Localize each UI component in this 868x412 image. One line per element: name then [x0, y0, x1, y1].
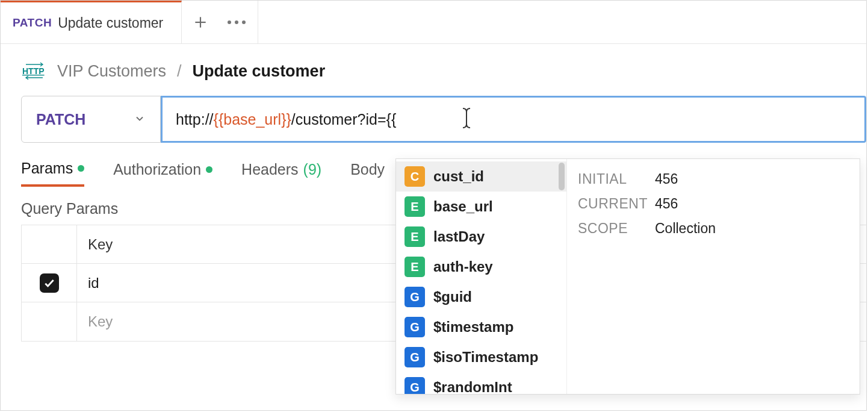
autocomplete-item[interactable]: G$timestamp	[396, 312, 566, 342]
autocomplete-detail: INITIAL 456 CURRENT 456 SCOPE Collection	[567, 159, 860, 394]
checkbox-checked-icon[interactable]	[40, 273, 59, 293]
status-dot-icon	[206, 166, 212, 173]
url-bar: PATCH http://{{base_url}}/customer?id={{	[1, 96, 866, 143]
tab-update-customer[interactable]: PATCH Update customer	[1, 1, 182, 43]
svg-point-3	[235, 20, 238, 24]
variable-scope-badge: E	[405, 257, 425, 277]
variable-scope-badge: G	[405, 317, 425, 337]
autocomplete-item-label: $isoTimestamp	[433, 349, 538, 366]
variable-scope-badge: C	[405, 166, 425, 187]
detail-initial-value: 456	[655, 171, 678, 187]
tab-actions	[182, 1, 258, 43]
variable-autocomplete-popup: Ccust_idEbase_urlElastDayEauth-keyG$guid…	[395, 158, 860, 395]
http-icon: HTTP	[22, 61, 46, 81]
tab-title-label: Update customer	[58, 15, 163, 31]
chevron-down-icon	[134, 111, 146, 128]
tab-headers[interactable]: Headers (9)	[241, 161, 321, 186]
detail-current-value: 456	[655, 196, 678, 212]
method-select[interactable]: PATCH	[21, 96, 161, 143]
autocomplete-item[interactable]: G$randomInt	[396, 372, 566, 394]
autocomplete-item[interactable]: Ebase_url	[396, 192, 566, 222]
autocomplete-item-label: auth-key	[433, 258, 493, 275]
variable-scope-badge: G	[405, 347, 425, 367]
autocomplete-item[interactable]: Eauth-key	[396, 252, 566, 282]
tab-body-label: Body	[350, 161, 385, 178]
autocomplete-item-label: $timestamp	[433, 319, 513, 336]
row-checkbox-cell[interactable]	[22, 264, 77, 302]
tab-params-label: Params	[21, 160, 73, 177]
autocomplete-item[interactable]: Ccust_id	[396, 161, 566, 192]
breadcrumb-separator: /	[177, 62, 182, 81]
detail-current-label: CURRENT	[578, 196, 644, 212]
autocomplete-item[interactable]: G$isoTimestamp	[396, 342, 566, 372]
breadcrumb: HTTP VIP Customers / Update customer	[1, 44, 866, 96]
detail-scope-label: SCOPE	[578, 220, 644, 237]
autocomplete-list: Ccust_idEbase_urlElastDayEauth-keyG$guid…	[396, 159, 567, 394]
autocomplete-item-label: $guid	[433, 289, 472, 305]
url-input[interactable]: http://{{base_url}}/customer?id={{	[161, 96, 866, 143]
status-dot-icon	[78, 165, 84, 172]
scrollbar-thumb[interactable]	[559, 163, 565, 190]
autocomplete-item-label: lastDay	[433, 228, 485, 245]
detail-scope-value: Collection	[655, 220, 716, 237]
tab-method-label: PATCH	[13, 16, 52, 30]
tab-auth-label: Authorization	[113, 161, 201, 178]
breadcrumb-collection[interactable]: VIP Customers	[57, 62, 166, 81]
tab-params[interactable]: Params	[21, 160, 84, 187]
variable-scope-badge: G	[405, 287, 425, 307]
autocomplete-item[interactable]: G$guid	[396, 282, 566, 312]
tab-strip: PATCH Update customer	[1, 1, 866, 44]
tab-headers-label: Headers	[241, 161, 299, 178]
new-tab-button[interactable]	[193, 14, 208, 30]
detail-initial-label: INITIAL	[578, 171, 644, 187]
svg-point-2	[228, 20, 231, 24]
autocomplete-item[interactable]: ElastDay	[396, 222, 566, 252]
variable-scope-badge: E	[405, 226, 425, 247]
headers-count: (9)	[303, 161, 322, 178]
variable-scope-badge: G	[405, 377, 425, 394]
text-cursor-icon	[460, 106, 473, 134]
tab-body[interactable]: Body	[350, 161, 385, 186]
svg-text:HTTP: HTTP	[22, 66, 45, 76]
row-checkbox-cell[interactable]	[22, 302, 77, 341]
autocomplete-item-label: base_url	[433, 198, 493, 215]
variable-scope-badge: E	[405, 196, 425, 217]
table-header-check	[22, 225, 77, 263]
autocomplete-item-label: cust_id	[433, 168, 484, 185]
method-select-label: PATCH	[36, 111, 85, 128]
breadcrumb-current: Update customer	[193, 62, 326, 81]
autocomplete-item-label: $randomInt	[433, 379, 512, 394]
svg-point-4	[242, 20, 246, 24]
tab-overflow-button[interactable]	[226, 19, 247, 25]
tab-authorization[interactable]: Authorization	[113, 161, 212, 186]
url-text: http://{{base_url}}/customer?id={{	[176, 111, 396, 128]
